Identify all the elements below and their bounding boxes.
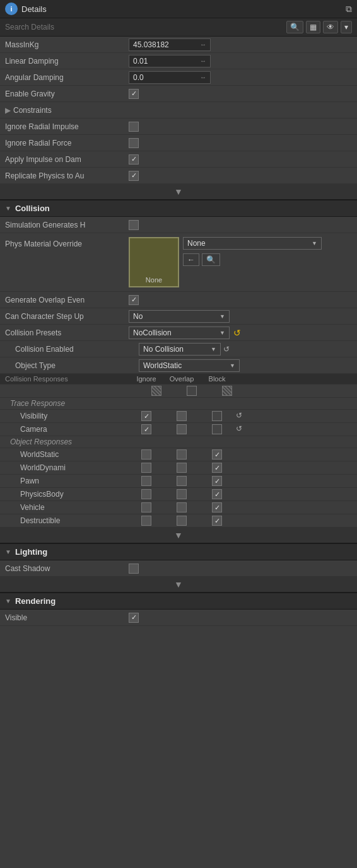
generate-overlap-value <box>129 295 354 305</box>
destructible-ignore-check[interactable] <box>129 516 164 526</box>
constraints-row[interactable]: ▶ Constraints <box>0 102 357 119</box>
collision-responses-label: Collision Responses <box>5 375 129 383</box>
collision-presets-value: NoCollision ▼ ↺ <box>129 327 354 339</box>
collision-presets-reset-icon[interactable]: ↺ <box>233 328 241 338</box>
mass-kg-label: MassInKg <box>5 40 129 49</box>
phys-material-thumbnail[interactable]: None <box>129 237 179 287</box>
enable-gravity-value <box>129 89 354 99</box>
search-input[interactable] <box>5 23 284 32</box>
sim-generates-row: Simulation Generates H <box>0 217 357 233</box>
pawn-ignore-check[interactable] <box>129 476 164 486</box>
physicsbody-ignore-check[interactable] <box>129 489 164 499</box>
cr-ignore-check[interactable] <box>139 386 174 396</box>
worlddynamic-overlap-check[interactable] <box>164 463 199 473</box>
physicsbody-block-check[interactable] <box>199 489 235 499</box>
phys-material-dropdown[interactable]: None ▼ <box>183 237 322 250</box>
collision-enabled-reset-icon[interactable]: ↺ <box>223 345 230 354</box>
camera-reset-icon[interactable]: ↺ <box>236 424 242 434</box>
destructible-block-check[interactable] <box>199 516 235 526</box>
lighting-section-header[interactable]: ▼ Lighting <box>0 543 357 560</box>
worldstatic-overlap-check[interactable] <box>164 449 199 460</box>
phys-material-value: None None ▼ ← 🔍 <box>129 237 322 287</box>
sim-generates-checkbox[interactable] <box>129 220 139 230</box>
restore-icon[interactable]: ⧉ <box>346 4 352 14</box>
destructible-checks <box>129 516 235 526</box>
cast-shadow-checkbox[interactable] <box>129 564 139 574</box>
physicsbody-checks <box>129 489 235 499</box>
ignore-radial-force-label: Ignore Radial Force <box>5 139 129 148</box>
object-type-dropdown[interactable]: WorldStatic ▼ <box>139 359 240 372</box>
visible-checkbox[interactable] <box>129 613 139 623</box>
worlddynamic-checks <box>129 463 235 473</box>
can-character-step-dropdown[interactable]: No ▼ <box>129 310 230 323</box>
angular-damping-input[interactable]: 0.0 ↔ <box>129 71 211 84</box>
collision-default-checks <box>139 386 245 396</box>
collision-responses-header: Collision Responses Ignore Overlap Block <box>0 374 357 385</box>
details-panel: i Details ⧉ 🔍 ▦ 👁 ▾ MassInKg 45.038182 ↔ <box>0 0 357 626</box>
visibility-overlap-check[interactable] <box>164 411 199 421</box>
can-character-step-row: Can Character Step Up No ▼ <box>0 308 357 325</box>
worldstatic-block-check[interactable] <box>199 449 235 460</box>
pawn-block-check[interactable] <box>199 476 235 486</box>
destructible-label: Destructible <box>5 516 129 525</box>
replicate-physics-checkbox[interactable] <box>129 171 139 181</box>
ignore-radial-force-checkbox[interactable] <box>129 138 139 148</box>
object-type-value: WorldStatic ▼ <box>139 359 354 372</box>
panel-header: i Details ⧉ <box>0 0 357 18</box>
camera-block-check[interactable] <box>199 424 235 434</box>
worlddynamic-ignore-check[interactable] <box>129 463 164 473</box>
phys-back-button[interactable]: ← <box>183 253 199 266</box>
apply-impulse-label: Apply Impulse on Dam <box>5 155 129 164</box>
enable-gravity-label: Enable Gravity <box>5 90 129 98</box>
apply-impulse-checkbox[interactable] <box>129 154 139 165</box>
worlddynamic-label: WorldDynami <box>5 463 129 472</box>
collision-presets-arrow-icon: ▼ <box>219 330 225 336</box>
linear-damping-input[interactable]: 0.01 ↔ <box>129 55 211 67</box>
vehicle-row: Vehicle <box>0 501 357 514</box>
camera-label: Camera <box>5 425 129 434</box>
pawn-overlap-check[interactable] <box>164 476 199 486</box>
visible-label: Visible <box>5 613 129 622</box>
generate-overlap-checkbox[interactable] <box>129 295 139 305</box>
chevron-button[interactable]: ▾ <box>341 21 352 33</box>
mass-kg-input[interactable]: 45.038182 ↔ <box>129 38 211 51</box>
lighting-section-label: Lighting <box>15 547 47 557</box>
physicsbody-overlap-check[interactable] <box>164 489 199 499</box>
main-content: MassInKg 45.038182 ↔ Linear Damping 0.01… <box>0 37 357 626</box>
camera-overlap-check[interactable] <box>164 424 199 434</box>
generate-overlap-row: Generate Overlap Even <box>0 292 357 308</box>
visibility-reset-icon[interactable]: ↺ <box>236 411 242 421</box>
vehicle-block-check[interactable] <box>199 502 235 512</box>
collision-enabled-value: No Collision ▼ ↺ <box>139 343 354 356</box>
can-character-step-label: Can Character Step Up <box>5 312 129 321</box>
can-character-step-arrow-icon: ▼ <box>219 313 225 320</box>
grid-view-button[interactable]: ▦ <box>306 21 320 33</box>
eye-button[interactable]: 👁 <box>323 21 338 33</box>
ignore-radial-impulse-value <box>129 122 354 132</box>
vehicle-overlap-check[interactable] <box>164 502 199 512</box>
rendering-section-header[interactable]: ▼ Rendering <box>0 593 357 610</box>
worldstatic-ignore-check[interactable] <box>129 449 164 460</box>
enable-gravity-checkbox[interactable] <box>129 89 139 99</box>
visibility-row: Visibility ↺ <box>0 410 357 423</box>
collision-section-header[interactable]: ▼ Collision <box>0 200 357 217</box>
panel-title: Details <box>21 4 342 14</box>
physicsbody-label: PhysicsBody <box>5 490 129 499</box>
collision-enabled-row: Collision Enabled No Collision ▼ ↺ <box>0 341 357 357</box>
worlddynamic-block-check[interactable] <box>199 463 235 473</box>
vehicle-ignore-check[interactable] <box>129 502 164 512</box>
collision-enabled-dropdown[interactable]: No Collision ▼ <box>139 343 221 356</box>
search-bar: 🔍 ▦ 👁 ▾ <box>0 18 357 37</box>
camera-row: Camera ↺ <box>0 423 357 436</box>
camera-ignore-check[interactable] <box>129 424 164 434</box>
visibility-block-check[interactable] <box>199 411 235 421</box>
phys-search-button[interactable]: 🔍 <box>202 253 220 266</box>
ignore-radial-impulse-checkbox[interactable] <box>129 122 139 132</box>
search-button[interactable]: 🔍 <box>286 21 303 33</box>
destructible-overlap-check[interactable] <box>164 516 199 526</box>
cr-overlap-check[interactable] <box>174 386 209 396</box>
collision-presets-dropdown[interactable]: NoCollision ▼ <box>129 327 230 339</box>
cr-block-check[interactable] <box>209 386 245 396</box>
ignore-col-header: Ignore <box>129 375 164 383</box>
visibility-ignore-check[interactable] <box>129 411 164 421</box>
